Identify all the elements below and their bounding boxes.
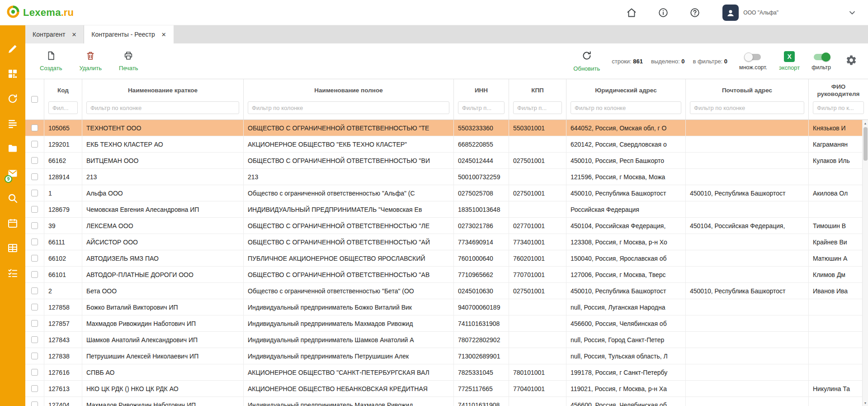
table-row[interactable]: 127616СПВБ АОАКЦИОНЕРНОЕ ОБЩЕСТВО "САНКТ… bbox=[25, 364, 868, 381]
table-cell: 450010, Республика Башкортост bbox=[686, 283, 809, 299]
table-row[interactable]: 127857Махмадов Ривожидин Наботович ИПИнд… bbox=[25, 315, 868, 332]
row-checkbox[interactable] bbox=[31, 255, 38, 262]
table-row[interactable]: 128679Чемовская Евгения Алесандровна ИПИ… bbox=[25, 201, 868, 218]
column-header[interactable]: ИНН bbox=[454, 79, 509, 119]
sidebar-folder-icon[interactable] bbox=[7, 143, 18, 154]
row-checkbox[interactable] bbox=[31, 369, 38, 376]
row-checkbox[interactable] bbox=[31, 320, 38, 327]
filter-toggle[interactable]: фильтр bbox=[811, 52, 831, 71]
row-checkbox[interactable] bbox=[31, 336, 38, 343]
table-cell bbox=[809, 397, 868, 406]
column-header[interactable]: Юридический адрес bbox=[566, 79, 686, 119]
row-checkbox[interactable] bbox=[31, 353, 38, 359]
column-filter-input[interactable] bbox=[813, 101, 864, 114]
table-cell: 456600, Россия, Челябинская об bbox=[566, 397, 686, 406]
table-row[interactable]: 129201ЕКБ ТЕХНО КЛАСТЕР АОАКЦИОНЕРНОЕ ОБ… bbox=[25, 136, 868, 153]
column-filter-input[interactable] bbox=[571, 101, 681, 114]
table-row[interactable]: 2Бета ООООбщество с ограниченной ответст… bbox=[25, 283, 868, 299]
column-header[interactable]: Наименование краткое bbox=[82, 79, 244, 119]
table-row[interactable]: 66162ВИТЦЕМАН ООООБЩЕСТВО С ОГРАНИЧЕННОЙ… bbox=[25, 153, 868, 169]
row-checkbox[interactable] bbox=[31, 222, 38, 229]
row-checkbox[interactable] bbox=[31, 287, 38, 294]
settings-gear-button[interactable] bbox=[845, 54, 857, 68]
table-cell bbox=[809, 348, 868, 364]
table-row[interactable]: 127613НКО ЦК РДК () НКО ЦК РДК АОАКЦИОНЕ… bbox=[25, 381, 868, 397]
select-all-checkbox[interactable] bbox=[31, 96, 38, 103]
sidebar-sync-icon[interactable] bbox=[7, 93, 18, 104]
sidebar-tasks-icon[interactable] bbox=[7, 267, 18, 278]
chevron-down-icon[interactable] bbox=[846, 7, 858, 19]
table-row[interactable]: 66102АВТОДИЗЕЛЬ ЯМЗ ПАОПУБЛИЧНОЕ АКЦИОНЕ… bbox=[25, 250, 868, 267]
scrollbar-thumb[interactable] bbox=[863, 127, 868, 161]
column-filter-input[interactable] bbox=[48, 101, 78, 114]
multisort-toggle[interactable]: множ.сорт. bbox=[739, 52, 767, 71]
table-cell bbox=[686, 169, 809, 185]
table-row[interactable]: 1Альфа ООООбщество с ограниченной ответс… bbox=[25, 185, 868, 201]
tab-close-icon[interactable]: ✕ bbox=[161, 31, 166, 38]
info-icon[interactable] bbox=[657, 7, 669, 19]
sidebar-apps-grid-icon[interactable] bbox=[7, 68, 18, 79]
tab-kontragenty-reestr[interactable]: Контрагенты - Реестр✕ bbox=[84, 25, 173, 43]
column-header[interactable]: Наименование полное bbox=[244, 79, 454, 119]
row-checkbox[interactable] bbox=[31, 157, 38, 164]
column-header[interactable]: Почтовый адрес bbox=[686, 79, 809, 119]
row-checkbox[interactable] bbox=[31, 304, 38, 310]
table-row[interactable]: 127858Божко Виталий Викторович ИПИндивид… bbox=[25, 299, 868, 315]
filter-switch-icon[interactable] bbox=[814, 54, 829, 60]
row-checkbox[interactable] bbox=[31, 124, 38, 131]
column-filter-input[interactable] bbox=[458, 101, 505, 114]
column-filter-input[interactable] bbox=[513, 101, 562, 114]
column-filter-input[interactable] bbox=[690, 101, 804, 114]
row-checkbox[interactable] bbox=[31, 190, 38, 196]
table-row[interactable]: 128914213213500100732259121596, Россия, … bbox=[25, 169, 868, 185]
sidebar-search-icon[interactable] bbox=[7, 193, 18, 204]
sidebar-calendar-icon[interactable] bbox=[7, 218, 18, 229]
help-icon[interactable] bbox=[689, 7, 701, 19]
scroll-down-icon[interactable]: ▼ bbox=[864, 400, 867, 406]
table-row[interactable]: 39ЛЕКСЕМА ООООБЩЕСТВО С ОГРАНИЧЕННОЙ ОТВ… bbox=[25, 218, 868, 234]
column-header[interactable]: КПП bbox=[509, 79, 566, 119]
table-row[interactable]: 127404Махмадов Ривожидин Наботович ИПИнд… bbox=[25, 397, 868, 406]
table-row[interactable]: 66101АВТОДОР-ПЛАТНЫЕ ДОРОГИ ООООБЩЕСТВО … bbox=[25, 267, 868, 283]
row-checkbox[interactable] bbox=[31, 141, 38, 148]
table-cell: 128679 bbox=[44, 201, 82, 217]
table-row[interactable]: 105065ТЕХНОТЕНТ ООООБЩЕСТВО С ОГРАНИЧЕНН… bbox=[25, 120, 868, 136]
table-row[interactable]: 66111АЙСИСТОР ООООБЩЕСТВО С ОГРАНИЧЕННОЙ… bbox=[25, 234, 868, 250]
table-row[interactable]: 127843Шамков Анатолий Александрович ИПИн… bbox=[25, 332, 868, 348]
delete-button[interactable]: Удалить bbox=[79, 51, 102, 72]
column-filter-input[interactable] bbox=[86, 101, 239, 114]
create-button[interactable]: Создать bbox=[40, 51, 62, 72]
sidebar-documents-icon[interactable] bbox=[7, 118, 18, 129]
refresh-button[interactable]: Обновить bbox=[573, 50, 600, 72]
print-button[interactable]: Печать bbox=[119, 51, 138, 72]
tab-close-icon[interactable]: ✕ bbox=[71, 31, 76, 38]
column-header[interactable]: ФИО руководителя bbox=[809, 79, 868, 119]
scroll-up-icon[interactable]: ▲ bbox=[864, 120, 867, 126]
home-icon[interactable] bbox=[626, 7, 637, 19]
table-cell: Матюшин А bbox=[809, 250, 868, 266]
vertical-scrollbar[interactable]: ▲ ▼ bbox=[862, 120, 868, 406]
table-cell: 128914 bbox=[44, 169, 82, 185]
row-checkbox[interactable] bbox=[31, 401, 38, 406]
table-cell: ВИТЦЕМАН ООО bbox=[82, 153, 244, 168]
row-checkbox[interactable] bbox=[31, 206, 38, 213]
table-cell: 027501001 bbox=[509, 283, 566, 299]
export-button[interactable]: X экспорт bbox=[779, 51, 800, 71]
table-row[interactable]: 127838Петрушишин Алексей Николаевич ИПИн… bbox=[25, 348, 868, 364]
sidebar-table-icon[interactable] bbox=[7, 243, 18, 253]
table-cell: Акилова Ол bbox=[809, 185, 868, 201]
row-checkbox[interactable] bbox=[31, 271, 38, 278]
row-checkbox[interactable] bbox=[31, 173, 38, 180]
row-checkbox[interactable] bbox=[31, 239, 38, 245]
user-avatar[interactable] bbox=[722, 5, 739, 21]
tab-kontragent[interactable]: Контрагент✕ bbox=[25, 25, 84, 43]
multisort-switch-icon[interactable] bbox=[745, 54, 761, 60]
sidebar-edit-icon[interactable] bbox=[7, 43, 18, 54]
table-cell bbox=[686, 315, 809, 331]
column-filter-input[interactable] bbox=[248, 101, 449, 114]
sidebar-mail-icon[interactable]: 9 bbox=[7, 168, 18, 179]
column-header[interactable]: Код bbox=[44, 79, 82, 119]
table-cell bbox=[686, 332, 809, 348]
row-checkbox[interactable] bbox=[31, 385, 38, 392]
table-cell: 105065 bbox=[44, 120, 82, 136]
